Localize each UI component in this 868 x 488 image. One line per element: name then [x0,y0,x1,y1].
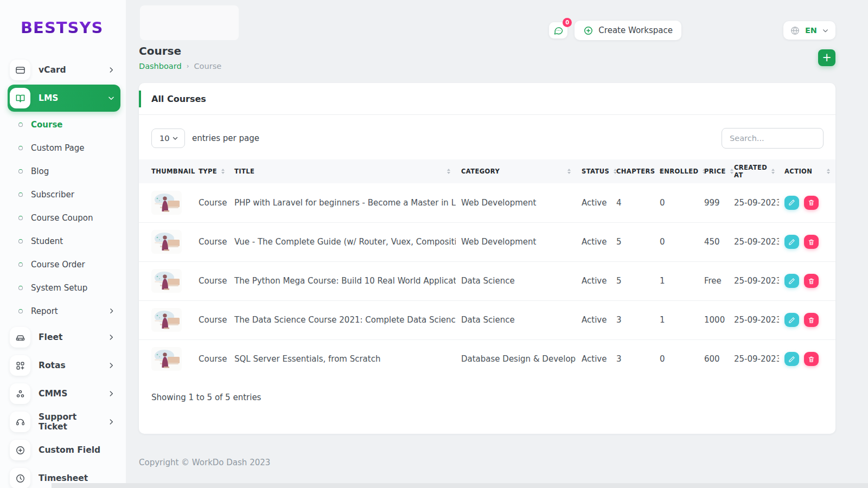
sidebar-item-label: System Setup [31,283,87,293]
main-content: 0 Create Workspace EN Course Dashboard ›… [126,0,868,488]
thumbnail-cell [139,183,193,222]
sidebar-item-vcard[interactable]: vCard [8,56,120,84]
sidebar-item-report[interactable]: Report [0,299,115,323]
entries-per-page-value: 10 [159,134,169,143]
course-thumbnail-image [151,191,182,215]
price-cell: 999 [699,183,729,222]
chevron-down-icon [107,94,115,102]
pencil-icon [788,356,795,363]
edit-button[interactable] [784,313,799,327]
column-header-enrolled[interactable]: Enrolled [654,159,699,183]
sidebar-item-student[interactable]: Student [0,229,115,253]
created-at-cell: 25-09-2023 [729,222,779,261]
category-cell: Web Development [456,222,576,261]
courses-card: All Courses 10 entries per page Thumbnai… [139,83,835,434]
action-cell [779,261,835,300]
delete-button[interactable] [804,313,819,327]
status-cell: Active [576,222,611,261]
sidebar-item-lms[interactable]: LMS [8,85,120,112]
delete-button[interactable] [804,274,819,288]
column-header-category[interactable]: Category [456,159,576,183]
column-header-status[interactable]: Status [576,159,611,183]
delete-button[interactable] [804,235,819,249]
trash-icon [808,199,815,206]
entries-per-page-select[interactable]: 10 [151,129,185,148]
sidebar-item-custom-page[interactable]: Custom Page [0,136,115,159]
edit-button[interactable] [784,196,799,210]
sort-icon [567,169,571,174]
horizontal-scrollbar[interactable] [52,483,868,488]
status-cell: Active [576,261,611,300]
sidebar-item-system-setup[interactable]: System Setup [0,276,115,299]
price-cell: 450 [699,222,729,261]
bullet-icon [18,123,23,127]
sort-icon [447,169,450,174]
thumbnail-cell [139,300,193,339]
page-header: Course Dashboard › Course + [126,40,868,70]
type-cell: Course [193,222,229,261]
chevron-right-icon: › [187,62,189,70]
action-cell [779,300,835,339]
column-header-title[interactable]: Title [229,159,456,183]
course-thumbnail-image [151,308,182,332]
table-row: Course The Data Science Course 2021: Com… [139,300,835,339]
sidebar-item-label: Support Ticket [39,412,107,432]
sidebar-item-label: Course Order [31,260,85,269]
category-cell: Data Science [456,300,576,339]
chevron-right-icon [107,418,115,426]
sidebar-item-label: Custom Page [31,143,85,153]
sidebar-item-label: Timesheet [39,473,88,483]
trash-icon [808,317,815,324]
sidebar-item-support-ticket[interactable]: Support Ticket [8,408,120,435]
sidebar-item-course[interactable]: Course [0,113,115,136]
delete-button[interactable] [804,196,819,210]
column-header-type[interactable]: Type [193,159,229,183]
column-header-created-at[interactable]: Created At [729,159,779,183]
column-header-action[interactable]: Action [779,159,835,183]
trash-icon [808,239,815,246]
create-workspace-button[interactable]: Create Workspace [575,21,681,40]
sidebar-item-blog[interactable]: Blog [0,159,115,183]
sidebar-item-subscriber[interactable]: Subscriber [0,183,115,206]
add-course-button[interactable]: + [818,49,835,66]
table-row: Course PHP with Laravel for beginners - … [139,183,835,222]
sidebar: BESTSYS vCard LMS Course Custom Page Blo… [0,0,126,488]
action-cell [779,222,835,261]
showing-entries-text: Showing 1 to 5 of 5 entries [139,378,835,402]
title-cell: PHP with Laravel for beginners - Become … [229,183,456,222]
sort-icon [771,169,775,174]
delete-button[interactable] [804,352,819,366]
column-header-thumbnail[interactable]: Thumbnail [139,159,193,183]
edit-button[interactable] [784,274,799,288]
sidebar-item-custom-field[interactable]: Custom Field [8,436,120,464]
brand-logo[interactable]: BESTSYS [21,18,126,37]
bullet-icon [18,239,23,243]
sidebar-item-label: Student [31,236,63,246]
sidebar-item-cmms[interactable]: CMMS [8,380,120,407]
chevron-down-icon [822,27,829,34]
page-title: Course [139,44,221,57]
column-header-chapters[interactable]: Chapters [611,159,654,183]
sidebar-item-fleet[interactable]: Fleet [8,324,120,351]
table-row: Course The Python Mega Course: Build 10 … [139,261,835,300]
search-input[interactable] [722,128,824,149]
breadcrumb-dashboard-link[interactable]: Dashboard [139,62,182,70]
edit-button[interactable] [784,235,799,249]
sidebar-item-course-order[interactable]: Course Order [0,253,115,276]
language-selector[interactable]: EN [783,21,835,40]
bullet-icon [18,262,23,267]
sidebar-item-course-coupon[interactable]: Course Coupon [0,206,115,229]
sidebar-item-rotas[interactable]: Rotas [8,352,120,379]
messages-button[interactable]: 0 [549,22,567,38]
table-row: Course Vue - The Complete Guide (w/ Rout… [139,222,835,261]
trash-icon [808,356,815,363]
sidebar-item-label: Report [31,306,58,316]
enrolled-cell: 0 [654,339,699,378]
title-cell: The Data Science Course 2021: Complete D… [229,300,456,339]
status-cell: Active [576,300,611,339]
action-cell [779,339,835,378]
clock-icon [10,468,30,488]
edit-button[interactable] [784,352,799,366]
price-cell: Free [699,261,729,300]
course-thumbnail-image [151,269,182,293]
